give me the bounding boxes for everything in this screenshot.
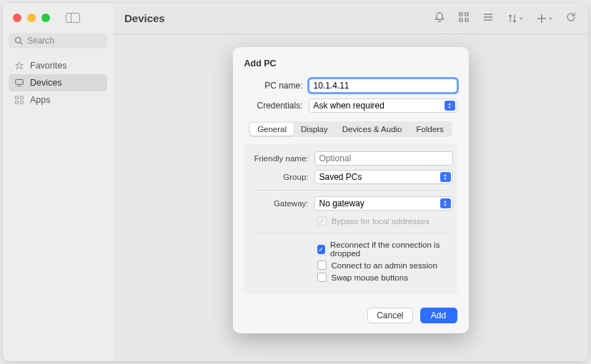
app-window: Search Favorites Devices Apps Devices [3, 3, 588, 361]
stepper-icon: ▲▼ [440, 198, 451, 208]
dialog-tabs: General Display Devices & Audio Folders [249, 121, 452, 137]
sidebar-search[interactable]: Search [9, 33, 107, 49]
zoom-window-button[interactable] [41, 14, 50, 22]
svg-point-0 [16, 38, 21, 44]
bypass-label: Bypass for local addresses [332, 217, 429, 226]
credentials-value: Ask when required [314, 101, 384, 111]
admin-session-label: Connect to an admin session [332, 261, 437, 270]
general-panel: Friendly name: Group: Saved PCs ▲▼ [244, 144, 457, 295]
swap-mouse-label: Swap mouse buttons [332, 273, 408, 282]
sidebar-label: Apps [30, 95, 51, 105]
monitor-icon [14, 78, 24, 88]
dialog-footer: Cancel Add [244, 308, 457, 323]
minimize-window-button[interactable] [27, 14, 36, 22]
dialog-title: Add PC [244, 59, 457, 69]
svg-marker-2 [16, 62, 24, 70]
svg-rect-7 [16, 101, 19, 104]
reconnect-checkbox[interactable]: ✓ [317, 245, 325, 254]
tab-general[interactable]: General [250, 123, 294, 136]
main-content: Devices ▾ ▾ through ccount Add PC PC nam… [113, 3, 588, 361]
credentials-label: Credentials: [244, 101, 303, 111]
tab-display[interactable]: Display [294, 123, 335, 136]
svg-rect-6 [21, 96, 24, 99]
window-controls [9, 10, 107, 33]
tab-folders[interactable]: Folders [409, 123, 451, 136]
sidebar-item-apps[interactable]: Apps [9, 91, 107, 108]
modal-overlay: Add PC PC name: Credentials: Ask when re… [113, 3, 588, 361]
group-label: Group: [249, 173, 309, 181]
divider [256, 233, 446, 233]
swap-mouse-checkbox[interactable] [317, 273, 327, 282]
sidebar-item-favorites[interactable]: Favorites [9, 57, 107, 74]
svg-rect-8 [21, 101, 24, 104]
gateway-select[interactable]: No gateway ▲▼ [314, 196, 453, 211]
sidebar-label: Favorites [30, 61, 66, 71]
divider [256, 190, 446, 191]
credentials-select[interactable]: Ask when required ▲▼ [309, 98, 457, 113]
toggle-sidebar-icon[interactable] [66, 13, 80, 23]
sidebar-label: Devices [30, 78, 61, 88]
grid-icon [14, 95, 24, 105]
reconnect-label: Reconnect if the connection is dropped [330, 241, 453, 258]
svg-rect-3 [16, 80, 24, 85]
pc-name-label: PC name: [244, 81, 303, 91]
svg-rect-5 [16, 96, 19, 99]
star-icon [14, 61, 24, 71]
search-icon [14, 36, 23, 45]
friendly-name-input[interactable] [314, 151, 453, 166]
group-select[interactable]: Saved PCs ▲▼ [314, 170, 453, 184]
pc-name-input[interactable] [309, 79, 457, 93]
add-pc-dialog: Add PC PC name: Credentials: Ask when re… [233, 47, 469, 333]
friendly-name-label: Friendly name: [249, 154, 309, 163]
search-placeholder: Search [27, 36, 54, 46]
add-button[interactable]: Add [420, 308, 457, 323]
svg-line-1 [20, 42, 22, 44]
close-window-button[interactable] [13, 14, 21, 22]
sidebar: Search Favorites Devices Apps [3, 3, 113, 361]
bypass-checkbox: ✓ [317, 216, 327, 226]
admin-session-checkbox[interactable] [317, 261, 327, 270]
group-value: Saved PCs [319, 172, 362, 182]
stepper-icon: ▲▼ [440, 172, 451, 182]
cancel-button[interactable]: Cancel [367, 308, 412, 323]
gateway-label: Gateway: [249, 199, 309, 208]
sidebar-item-devices[interactable]: Devices [9, 74, 107, 91]
tab-devices-audio[interactable]: Devices & Audio [335, 123, 409, 136]
stepper-icon: ▲▼ [445, 101, 455, 111]
gateway-value: No gateway [319, 198, 364, 208]
